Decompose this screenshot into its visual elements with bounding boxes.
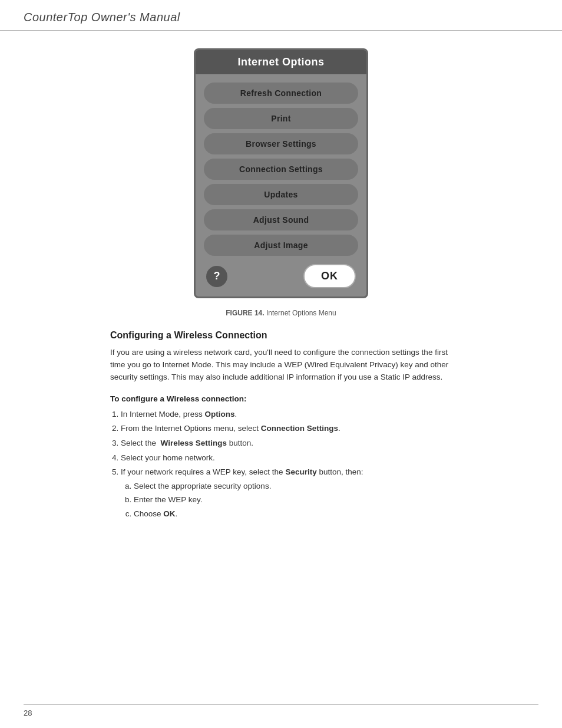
figure-label: FIGURE 14. xyxy=(226,309,264,317)
figure-caption-text: Internet Options Menu xyxy=(266,309,336,317)
step-2: From the Internet Options menu, select C… xyxy=(121,422,452,435)
menu-title: Internet Options xyxy=(238,56,325,68)
section-block: Configuring a Wireless Connection If you… xyxy=(110,330,452,522)
menu-items-list: Refresh ConnectionPrintBrowser SettingsC… xyxy=(196,80,366,258)
sub-steps-list: Select the appropriate security options.… xyxy=(134,480,452,521)
subsection-heading: To configure a Wireless connection: xyxy=(110,394,452,403)
menu-item-5[interactable]: Updates xyxy=(204,184,358,205)
menu-item-2[interactable]: Print xyxy=(204,108,358,129)
step-5: If your network requires a WEP key, sele… xyxy=(121,466,452,520)
page-header: CounterTop Owner's Manual xyxy=(0,0,562,31)
figure-caption: FIGURE 14. Internet Options Menu xyxy=(104,309,458,317)
sub-step-b: Enter the WEP key. xyxy=(134,493,452,506)
main-content: Internet Options Refresh ConnectionPrint… xyxy=(0,31,562,546)
ok-button[interactable]: OK xyxy=(303,264,356,288)
manual-title: CounterTop Owner's Manual xyxy=(24,11,180,24)
section-heading: Configuring a Wireless Connection xyxy=(110,330,452,341)
sub-step-c: Choose OK. xyxy=(134,508,452,521)
menu-item-3[interactable]: Browser Settings xyxy=(204,133,358,154)
section-body: If you are using a wireless network card… xyxy=(110,347,452,384)
menu-title-bar: Internet Options xyxy=(196,50,366,74)
help-button[interactable]: ? xyxy=(206,266,227,287)
sub-step-a: Select the appropriate security options. xyxy=(134,480,452,493)
menu-item-6[interactable]: Adjust Sound xyxy=(204,209,358,230)
step-4: Select your home network. xyxy=(121,452,452,465)
menu-item-7[interactable]: Adjust Image xyxy=(204,235,358,256)
steps-list: In Internet Mode, press Options. From th… xyxy=(121,408,452,521)
internet-options-dialog: Internet Options Refresh ConnectionPrint… xyxy=(194,48,368,298)
page-footer: 28 xyxy=(24,704,538,717)
menu-item-4[interactable]: Connection Settings xyxy=(204,159,358,180)
menu-footer: ? OK xyxy=(196,258,366,288)
step-3: Select the Wireless Settings button. xyxy=(121,437,452,450)
step-1: In Internet Mode, press Options. xyxy=(121,408,452,421)
menu-item-1[interactable]: Refresh Connection xyxy=(204,83,358,104)
page-number: 28 xyxy=(24,709,32,717)
